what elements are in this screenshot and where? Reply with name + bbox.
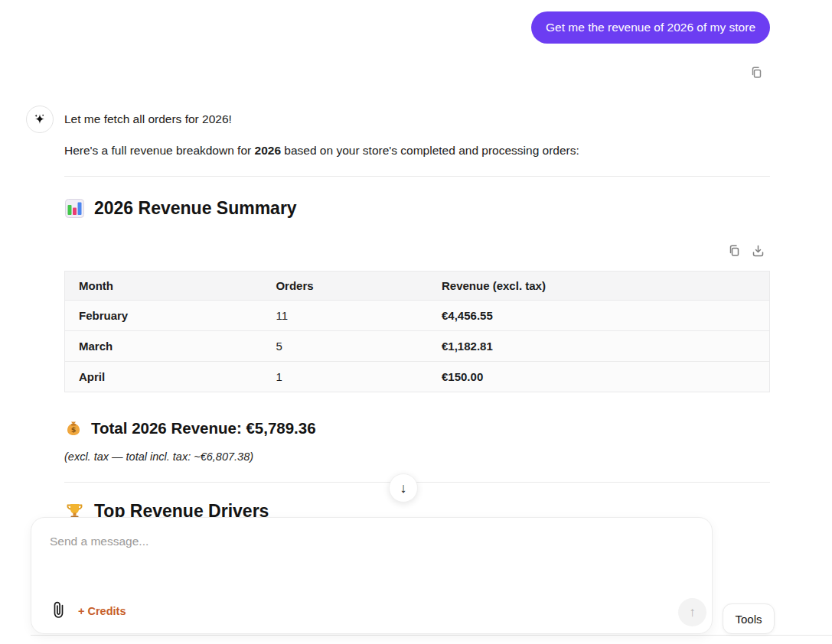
cell-revenue: €4,456.55 xyxy=(428,301,769,330)
cell-revenue: €1,182.81 xyxy=(428,331,769,361)
cell-revenue: €150.00 xyxy=(428,362,769,392)
bar-chart-emoji xyxy=(64,198,85,219)
cell-orders: 5 xyxy=(262,331,428,361)
cell-month: February xyxy=(65,301,262,330)
table-row: March 5 €1,182.81 xyxy=(65,330,769,361)
svg-text:$: $ xyxy=(71,425,77,434)
revenue-table: Month Orders Revenue (excl. tax) Februar… xyxy=(64,271,770,392)
money-bag-emoji: $ xyxy=(64,419,83,437)
download-icon[interactable] xyxy=(751,243,765,258)
table-row: April 1 €150.00 xyxy=(65,361,769,392)
arrow-down-icon: ↓ xyxy=(400,480,407,496)
bottom-divider xyxy=(31,635,832,636)
cell-month: March xyxy=(65,331,262,361)
message-composer: + Credits ↑ xyxy=(31,517,713,634)
paperclip-icon[interactable] xyxy=(52,600,65,619)
table-row: February 11 €4,456.55 xyxy=(65,300,769,330)
message-input[interactable] xyxy=(50,535,586,581)
tax-note: (excl. tax — total incl. tax: ~€6,807.38… xyxy=(64,450,253,463)
assistant-intro-text: Let me fetch all orders for 2026! xyxy=(64,111,232,127)
arrow-up-icon: ↑ xyxy=(689,605,696,620)
column-header-orders: Orders xyxy=(262,272,428,300)
breakdown-suffix: based on your store's completed and proc… xyxy=(281,144,579,157)
tools-button[interactable]: Tools xyxy=(723,603,775,634)
table-toolbar xyxy=(726,243,765,258)
total-revenue-text: Total 2026 Revenue: €5,789.36 xyxy=(91,419,316,437)
total-revenue-heading: $ Total 2026 Revenue: €5,789.36 xyxy=(64,419,316,437)
assistant-avatar xyxy=(26,106,54,133)
revenue-summary-title: 2026 Revenue Summary xyxy=(94,198,297,219)
cell-orders: 11 xyxy=(262,301,428,330)
add-credits-link[interactable]: + Credits xyxy=(78,605,126,617)
send-button[interactable]: ↑ xyxy=(678,598,706,626)
scroll-down-button[interactable]: ↓ xyxy=(389,473,418,503)
column-header-revenue: Revenue (excl. tax) xyxy=(428,272,769,300)
revenue-summary-heading: 2026 Revenue Summary xyxy=(64,198,297,219)
sparkle-icon xyxy=(32,112,47,127)
copy-icon[interactable] xyxy=(749,65,763,80)
table-header-row: Month Orders Revenue (excl. tax) xyxy=(65,272,769,300)
section-divider xyxy=(64,482,770,483)
breakdown-year: 2026 xyxy=(255,144,281,157)
breakdown-prefix: Here's a full revenue breakdown for xyxy=(64,144,255,157)
cell-month: April xyxy=(65,362,262,392)
cell-orders: 1 xyxy=(262,362,428,392)
user-message-bubble: Get me the revenue of 2026 of my store xyxy=(531,11,770,44)
assistant-breakdown-text: Here's a full revenue breakdown for 2026… xyxy=(64,142,579,158)
copy-icon[interactable] xyxy=(726,243,741,258)
section-divider xyxy=(64,176,770,177)
column-header-month: Month xyxy=(65,272,262,300)
